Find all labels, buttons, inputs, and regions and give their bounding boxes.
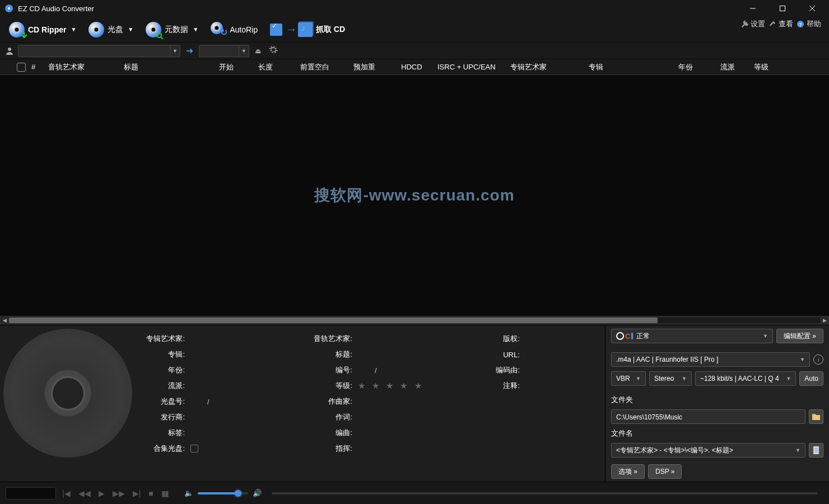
horizontal-scrollbar[interactable]: ◀ ▶ [0, 316, 829, 325]
filename-edit-button[interactable] [809, 443, 823, 458]
trackno-field[interactable]: / [358, 366, 461, 375]
discno-field[interactable]: / [190, 398, 294, 406]
auto-button[interactable]: Auto [799, 371, 823, 386]
metadata-menu-button[interactable]: 元数据 ▼ [142, 20, 202, 40]
copyright-label: 版权: [469, 334, 520, 344]
disc-icon [9, 22, 25, 38]
disc-icon [89, 22, 104, 38]
person-icon [4, 46, 15, 56]
minimize-button[interactable] [740, 0, 765, 17]
col-preemph[interactable]: 预加重 [353, 62, 401, 72]
col-title[interactable]: 标题 [124, 62, 219, 72]
col-albumartist[interactable]: 专辑艺术家 [510, 62, 589, 72]
col-hdcd[interactable]: HDCD [401, 63, 437, 71]
url-label: URL: [469, 351, 520, 359]
col-start[interactable]: 开始 [219, 62, 258, 72]
stop-button[interactable]: ■ [147, 489, 155, 498]
format-select[interactable]: .m4a | AAC | Fraunhofer IIS [ Pro ] ▼ [611, 352, 810, 367]
scroll-right-icon[interactable]: ▶ [820, 318, 829, 323]
col-length[interactable]: 长度 [258, 62, 300, 72]
metadata-menu-label: 元数据 [165, 25, 188, 35]
track-table-header: # 音轨艺术家 标题 开始 长度 前置空白 预加重 HDCD ISRC + UP… [0, 59, 829, 75]
col-genre[interactable]: 流派 [720, 62, 754, 72]
forward-button[interactable]: ▶▶ [111, 489, 127, 498]
scrollbar-thumb[interactable] [9, 318, 658, 323]
filename-label: 文件名 [611, 428, 823, 438]
lyricist-label: 作词: [302, 412, 352, 422]
disc-menu-button[interactable]: 光盘 ▼ [85, 20, 137, 40]
track-list: 搜软网-www.secruan.com [0, 75, 829, 316]
hammer-icon [769, 20, 776, 28]
dsp-button[interactable]: DSP » [648, 464, 682, 479]
rating-stars[interactable]: ★ ★ ★ ★ ★ [358, 381, 461, 391]
svg-rect-3 [780, 6, 785, 11]
autorip-label: AutoRip [230, 25, 258, 34]
vbr-select[interactable]: VBR▼ [611, 371, 646, 386]
album-art-placeholder[interactable] [3, 329, 132, 458]
composer-label: 作曲家: [302, 396, 352, 407]
col-isrc[interactable]: ISRC + UPC/EAN [437, 63, 510, 71]
info-icon[interactable]: i [813, 354, 823, 365]
volume-high-icon: 🔊 [253, 489, 262, 497]
autorip-button[interactable]: ↻ AutoRip [207, 20, 261, 40]
eject-button[interactable]: ⏏ [253, 47, 263, 55]
stereo-select[interactable]: Stereo▼ [649, 371, 692, 386]
playback-bar: |◀ ◀◀ ▶ ▶▶ ▶| ■ ▮▮ 🔈 🔊 [0, 482, 829, 504]
disc-menu-label: 光盘 [108, 25, 123, 35]
col-num[interactable]: # [31, 63, 48, 71]
browse-folder-button[interactable] [809, 409, 823, 424]
title-label: 标题: [302, 349, 352, 360]
skip-forward-button[interactable]: ▶| [131, 489, 143, 498]
compilation-label: 合集光盘: [134, 444, 185, 454]
volume-slider[interactable] [198, 492, 248, 494]
autorip-icon: ↻ [211, 22, 226, 38]
help-menu[interactable]: ? 帮助 [797, 19, 821, 29]
col-year[interactable]: 年份 [678, 62, 720, 72]
profile-select[interactable]: C 正常 ▼ [611, 329, 773, 343]
pause-button[interactable]: ▮▮ [160, 489, 170, 498]
view-menu[interactable]: 查看 [769, 19, 793, 29]
output-settings-panel: C 正常 ▼ 编辑配置 » .m4a | AAC | Fraunhofer II… [605, 325, 829, 482]
gear-button[interactable] [267, 45, 280, 56]
rip-cd-button[interactable]: → 抓取 CD [267, 20, 348, 39]
disc-search-icon [146, 22, 161, 38]
skip-back-button[interactable]: |◀ [60, 489, 72, 498]
speed-select[interactable]: ▼ [199, 45, 249, 57]
col-trackartist[interactable]: 音轨艺术家 [48, 62, 124, 72]
bitrate-select[interactable]: ~128 kbit/s | AAC-LC | Q 4▼ [695, 371, 796, 386]
compilation-checkbox[interactable] [190, 445, 198, 452]
progress-slider[interactable] [272, 492, 818, 494]
comment-label: 注释: [469, 381, 520, 391]
watermark-text: 搜软网-www.secruan.com [314, 185, 514, 206]
rip-cd-label: 抓取 CD [316, 25, 345, 35]
close-button[interactable] [799, 0, 825, 17]
chevron-down-icon: ▼ [800, 357, 805, 362]
scroll-left-icon[interactable]: ◀ [0, 318, 9, 323]
maximize-button[interactable] [770, 0, 795, 17]
top-menu: 设置 查看 ? 帮助 [733, 18, 829, 30]
arrow-right-icon: ➜ [184, 45, 195, 56]
options-button[interactable]: 选项 » [611, 464, 645, 479]
document-icon [812, 446, 820, 455]
col-pregap[interactable]: 前置空白 [300, 62, 353, 72]
volume-low-icon: 🔈 [184, 489, 193, 497]
svg-point-1 [8, 7, 10, 10]
filename-select[interactable]: <专辑艺术家> - <专辑>\<编号>. <标题>▼ [611, 443, 805, 458]
folder-input[interactable]: C:\Users\10755\Music [611, 409, 805, 424]
time-display [6, 487, 56, 500]
select-all-checkbox[interactable] [17, 63, 26, 72]
cd-ripper-button[interactable]: CD Ripper ▼ [6, 20, 80, 40]
rewind-button[interactable]: ◀◀ [77, 489, 92, 498]
svg-point-10 [8, 48, 11, 51]
metadata-editor: 专辑艺术家: 专辑: 年份: 流派: 光盘号:/ 发行商: 标签: 合集光盘: … [134, 325, 605, 482]
edit-profile-button[interactable]: 编辑配置 » [776, 329, 823, 343]
col-rating[interactable]: 等级 [754, 62, 782, 72]
svg-text:?: ? [799, 21, 802, 27]
app-icon [4, 4, 13, 13]
settings-menu[interactable]: 设置 [740, 19, 765, 29]
play-button[interactable]: ▶ [97, 489, 106, 498]
chevron-down-icon: ▼ [71, 26, 76, 32]
col-album[interactable]: 专辑 [589, 62, 678, 72]
chevron-down-icon: ▼ [795, 447, 800, 453]
drive-select[interactable]: ▼ [18, 45, 180, 57]
